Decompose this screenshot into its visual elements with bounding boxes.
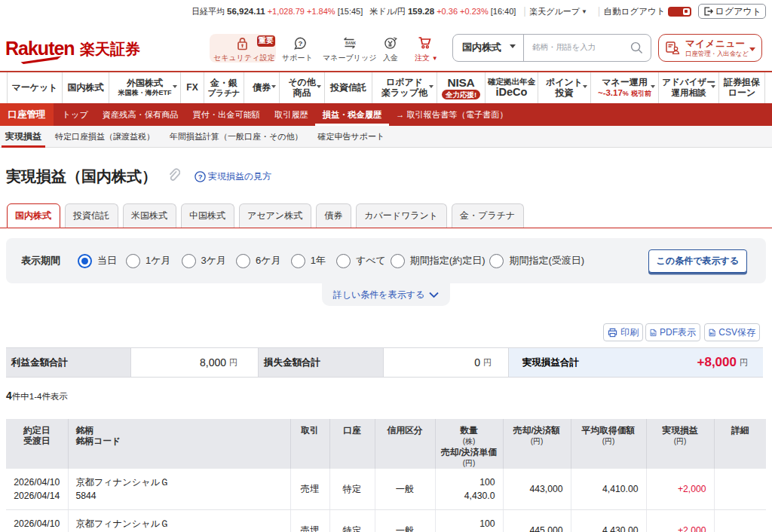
svg-text:BANK: BANK bbox=[345, 41, 356, 45]
svg-text:?: ? bbox=[299, 39, 303, 47]
svg-text:Rakuten: Rakuten bbox=[5, 38, 75, 59]
svg-text:?: ? bbox=[198, 173, 203, 181]
svg-text:CSV: CSV bbox=[710, 332, 715, 335]
svg-text:楽天証券: 楽天証券 bbox=[79, 41, 140, 57]
svg-text:PDF: PDF bbox=[651, 332, 656, 335]
